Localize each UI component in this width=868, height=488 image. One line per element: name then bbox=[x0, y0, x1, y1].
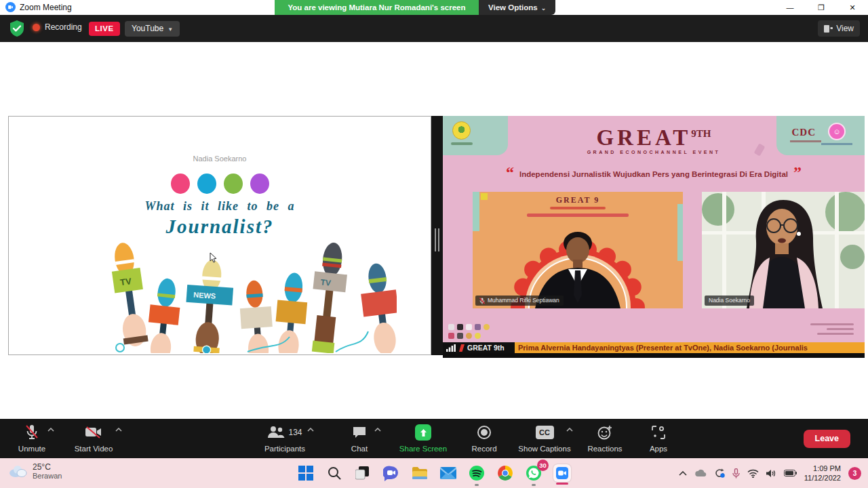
camera-off-icon bbox=[85, 425, 102, 440]
show-captions-button[interactable]: CC Show Captions bbox=[509, 424, 580, 453]
weather-desc: Berawan bbox=[33, 472, 62, 480]
participants-icon bbox=[267, 426, 285, 439]
slide-color-dots bbox=[9, 174, 431, 194]
svg-text:TV: TV bbox=[119, 276, 132, 287]
mail-icon[interactable] bbox=[439, 464, 457, 482]
zoom-toolbar: Unmute Start Video 134 Participants bbox=[0, 419, 868, 458]
video-tile-speaker-right: Nadia Soekarno bbox=[702, 192, 865, 308]
wifi-icon[interactable] bbox=[747, 469, 759, 478]
cloud-weather-icon bbox=[8, 464, 27, 478]
chevron-up-icon[interactable] bbox=[566, 428, 573, 432]
stream-service-dropdown[interactable]: YouTube▼ bbox=[125, 21, 180, 37]
event-quote: “ Independensi Jurnalistik Wujudkan Pers… bbox=[443, 166, 865, 178]
reactions-smiley-icon bbox=[597, 424, 613, 441]
file-explorer-icon[interactable] bbox=[411, 464, 429, 482]
close-button[interactable]: ✕ bbox=[837, 0, 868, 15]
reactions-button[interactable]: Reactions bbox=[576, 424, 633, 453]
minimize-button[interactable]: — bbox=[774, 0, 806, 15]
speaker-right-name-tag: Nadia Soekarno bbox=[705, 296, 754, 306]
tray-chevron-up-icon[interactable] bbox=[679, 471, 687, 476]
view-options-button[interactable]: View Options⌄ bbox=[479, 0, 555, 15]
leave-button[interactable]: Leave bbox=[804, 430, 850, 448]
shared-screen-panel: Nadia Soekarno What is it like to be a J… bbox=[8, 116, 431, 355]
battery-icon[interactable] bbox=[784, 470, 797, 476]
live-badge: LIVE bbox=[89, 22, 120, 36]
slide-presenter-name: Nadia Soekarno bbox=[9, 155, 431, 163]
share-screen-button[interactable]: Share Screen bbox=[392, 424, 454, 453]
video-tile-speaker-left: GREAT 9 bbox=[473, 192, 683, 308]
start-video-button[interactable]: Start Video bbox=[60, 424, 127, 453]
chevron-down-icon: ▼ bbox=[167, 26, 173, 33]
chevron-up-icon[interactable] bbox=[115, 428, 122, 432]
recording-dot-icon bbox=[33, 24, 40, 31]
share-screen-icon bbox=[415, 424, 431, 441]
splitter-drag-handle[interactable] bbox=[435, 228, 439, 251]
event-logo: GREAT9TH GRAND ECONOCHANNEL EVENT bbox=[443, 123, 865, 155]
zoom-taskbar-icon[interactable] bbox=[553, 464, 571, 482]
unmute-button[interactable]: Unmute bbox=[4, 424, 60, 453]
notification-badge[interactable]: 3 bbox=[848, 467, 861, 480]
sponsor-logos bbox=[448, 324, 496, 339]
spotify-icon[interactable] bbox=[468, 464, 486, 482]
chevron-down-icon: ⌄ bbox=[541, 5, 547, 12]
tile-mini-logo: GREAT 9 bbox=[473, 195, 683, 205]
search-icon[interactable] bbox=[326, 464, 343, 482]
mouse-cursor bbox=[210, 252, 218, 263]
chrome-icon[interactable] bbox=[496, 464, 514, 482]
event-tagline: GRAND ECONOCHANNEL EVENT bbox=[443, 150, 865, 155]
participants-button[interactable]: 134 Participants bbox=[254, 424, 315, 453]
dot-blue bbox=[197, 174, 216, 194]
viewing-banner: You are viewing Mutiara Nur Romadani's s… bbox=[275, 0, 479, 15]
recording-indicator[interactable]: Recording bbox=[33, 22, 82, 32]
tile-decor bbox=[677, 204, 683, 261]
chevron-up-icon[interactable] bbox=[47, 428, 54, 432]
slide-title-line1: What is it like to be a bbox=[9, 199, 431, 214]
whatsapp-icon[interactable]: 30 bbox=[525, 464, 542, 482]
weather-widget[interactable]: 25°C Berawan bbox=[8, 462, 62, 480]
onedrive-cloud-icon[interactable] bbox=[694, 469, 707, 477]
speaker-right-scene bbox=[702, 192, 865, 308]
chevron-up-icon[interactable] bbox=[374, 428, 381, 432]
windows-taskbar: 25°C Berawan bbox=[0, 458, 868, 488]
mic-muted-icon bbox=[25, 424, 39, 441]
taskbar-clock[interactable]: 1:09 PM 11/12/2022 bbox=[804, 464, 841, 483]
tile-decor-bar bbox=[527, 214, 629, 217]
window-title: Zoom Meeting bbox=[20, 3, 72, 12]
security-shield-icon[interactable] bbox=[8, 20, 26, 37]
start-button[interactable] bbox=[297, 464, 315, 482]
signal-bars-icon bbox=[446, 344, 456, 352]
view-layout-button[interactable]: View bbox=[818, 20, 860, 37]
task-view-icon[interactable] bbox=[354, 464, 372, 482]
clock-date: 11/12/2022 bbox=[804, 473, 841, 483]
apps-icon bbox=[651, 425, 666, 440]
record-button[interactable]: Record bbox=[456, 424, 513, 453]
microphone-tray-icon[interactable] bbox=[732, 468, 740, 479]
chat-bubble-icon bbox=[352, 426, 367, 439]
dot-green bbox=[224, 174, 243, 194]
apps-button[interactable]: Apps bbox=[632, 424, 685, 453]
microphones-illustration: TV NEWS bbox=[44, 239, 397, 353]
ticker-badge: GREAT 9th bbox=[443, 342, 515, 353]
ticker-text: Prima Alvernia Handayaningtyas (Presente… bbox=[515, 342, 865, 353]
channel-logo-icon bbox=[458, 344, 465, 352]
svg-text:TV: TV bbox=[320, 277, 332, 288]
record-icon bbox=[477, 425, 492, 440]
tile-decor-bar bbox=[550, 207, 606, 209]
meeting-control-bar: Recording LIVE YouTube▼ View bbox=[0, 15, 868, 42]
cc-icon: CC bbox=[536, 426, 554, 439]
chevron-up-icon[interactable] bbox=[307, 428, 314, 432]
chat-button[interactable]: Chat bbox=[334, 424, 385, 453]
video-letterbox bbox=[443, 353, 865, 358]
svg-text:NEWS: NEWS bbox=[193, 291, 216, 300]
teams-chat-icon[interactable] bbox=[382, 464, 400, 482]
whatsapp-badge: 30 bbox=[537, 460, 549, 471]
volume-icon[interactable] bbox=[766, 469, 776, 478]
participants-count: 134 bbox=[288, 428, 302, 437]
sync-icon[interactable] bbox=[714, 468, 725, 478]
maximize-button[interactable]: ❐ bbox=[806, 0, 837, 15]
dot-pink bbox=[171, 174, 190, 194]
app-identity: Zoom Meeting bbox=[5, 2, 72, 12]
close-quote-icon: ” bbox=[793, 166, 802, 178]
dot-purple bbox=[250, 174, 269, 194]
window-title-bar: Zoom Meeting You are viewing Mutiara Nur… bbox=[0, 0, 868, 15]
